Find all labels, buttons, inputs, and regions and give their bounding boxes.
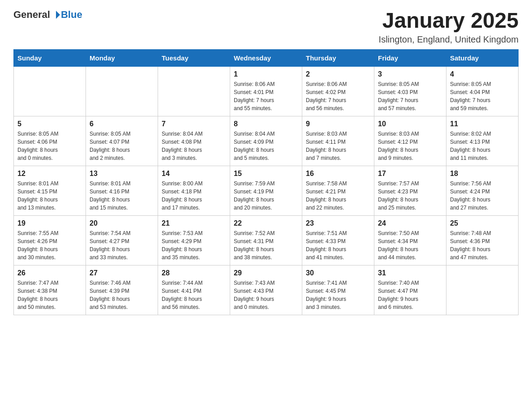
- logo-general-text: General: [13, 9, 50, 21]
- day-info: Sunrise: 7:50 AM Sunset: 4:34 PM Dayligh…: [378, 229, 442, 261]
- calendar-week-row: 12Sunrise: 8:01 AM Sunset: 4:15 PM Dayli…: [14, 166, 519, 215]
- day-number: 21: [162, 219, 226, 227]
- calendar-cell: 16Sunrise: 7:58 AM Sunset: 4:21 PM Dayli…: [302, 166, 374, 215]
- day-of-week-header: Friday: [374, 49, 446, 66]
- page-header: General Blue January 2025 Islington, Eng…: [13, 9, 519, 45]
- calendar-week-row: 5Sunrise: 8:05 AM Sunset: 4:06 PM Daylig…: [14, 116, 519, 166]
- calendar-cell: 24Sunrise: 7:50 AM Sunset: 4:34 PM Dayli…: [374, 215, 446, 265]
- day-number: 30: [306, 269, 370, 277]
- calendar-cell: 20Sunrise: 7:54 AM Sunset: 4:27 PM Dayli…: [86, 215, 158, 265]
- day-info: Sunrise: 7:47 AM Sunset: 4:38 PM Dayligh…: [17, 279, 82, 311]
- day-number: 3: [378, 70, 442, 78]
- day-number: 1: [234, 70, 298, 78]
- calendar-cell: 13Sunrise: 8:01 AM Sunset: 4:16 PM Dayli…: [86, 166, 158, 215]
- day-number: 18: [450, 170, 515, 178]
- calendar-cell: 1Sunrise: 8:06 AM Sunset: 4:01 PM Daylig…: [230, 66, 302, 116]
- calendar-cell: 31Sunrise: 7:40 AM Sunset: 4:47 PM Dayli…: [374, 265, 446, 315]
- calendar-cell: 17Sunrise: 7:57 AM Sunset: 4:23 PM Dayli…: [374, 166, 446, 215]
- day-info: Sunrise: 8:05 AM Sunset: 4:03 PM Dayligh…: [378, 80, 442, 112]
- calendar-header-row: SundayMondayTuesdayWednesdayThursdayFrid…: [14, 49, 519, 66]
- day-number: 27: [90, 269, 154, 277]
- day-of-week-header: Monday: [86, 49, 158, 66]
- day-of-week-header: Wednesday: [230, 49, 302, 66]
- calendar-cell: 3Sunrise: 8:05 AM Sunset: 4:03 PM Daylig…: [374, 66, 446, 116]
- calendar-cell: 22Sunrise: 7:52 AM Sunset: 4:31 PM Dayli…: [230, 215, 302, 265]
- calendar-cell: 29Sunrise: 7:43 AM Sunset: 4:43 PM Dayli…: [230, 265, 302, 315]
- day-number: 12: [17, 170, 82, 178]
- calendar-cell: 9Sunrise: 8:03 AM Sunset: 4:11 PM Daylig…: [302, 116, 374, 166]
- day-info: Sunrise: 8:06 AM Sunset: 4:01 PM Dayligh…: [234, 80, 298, 112]
- day-info: Sunrise: 7:53 AM Sunset: 4:29 PM Dayligh…: [162, 229, 226, 261]
- day-number: 16: [306, 170, 370, 178]
- logo-blue-text: Blue: [61, 9, 82, 21]
- day-number: 20: [90, 219, 154, 227]
- logo: General Blue: [13, 9, 82, 21]
- day-of-week-header: Thursday: [302, 49, 374, 66]
- day-number: 15: [234, 170, 298, 178]
- day-info: Sunrise: 7:41 AM Sunset: 4:45 PM Dayligh…: [306, 279, 370, 311]
- day-number: 7: [162, 120, 226, 128]
- day-info: Sunrise: 8:06 AM Sunset: 4:02 PM Dayligh…: [306, 80, 370, 112]
- day-number: 24: [378, 219, 442, 227]
- calendar-week-row: 19Sunrise: 7:55 AM Sunset: 4:26 PM Dayli…: [14, 215, 519, 265]
- calendar-cell: 7Sunrise: 8:04 AM Sunset: 4:08 PM Daylig…: [158, 116, 230, 166]
- calendar-week-row: 1Sunrise: 8:06 AM Sunset: 4:01 PM Daylig…: [14, 66, 519, 116]
- day-info: Sunrise: 7:52 AM Sunset: 4:31 PM Dayligh…: [234, 229, 298, 261]
- calendar-cell: 12Sunrise: 8:01 AM Sunset: 4:15 PM Dayli…: [14, 166, 86, 215]
- calendar-cell: 25Sunrise: 7:48 AM Sunset: 4:36 PM Dayli…: [446, 215, 519, 265]
- calendar-cell: 10Sunrise: 8:03 AM Sunset: 4:12 PM Dayli…: [374, 116, 446, 166]
- day-info: Sunrise: 7:54 AM Sunset: 4:27 PM Dayligh…: [90, 229, 154, 261]
- day-number: 26: [17, 269, 82, 277]
- logo-flag-icon: [51, 10, 61, 20]
- calendar-cell: 14Sunrise: 8:00 AM Sunset: 4:18 PM Dayli…: [158, 166, 230, 215]
- calendar-week-row: 26Sunrise: 7:47 AM Sunset: 4:38 PM Dayli…: [14, 265, 519, 315]
- calendar-cell: [446, 265, 519, 315]
- day-info: Sunrise: 7:46 AM Sunset: 4:39 PM Dayligh…: [90, 279, 154, 311]
- calendar-cell: 23Sunrise: 7:51 AM Sunset: 4:33 PM Dayli…: [302, 215, 374, 265]
- calendar-cell: [158, 66, 230, 116]
- day-info: Sunrise: 8:01 AM Sunset: 4:16 PM Dayligh…: [90, 180, 154, 212]
- calendar-table: SundayMondayTuesdayWednesdayThursdayFrid…: [13, 49, 519, 315]
- day-info: Sunrise: 7:58 AM Sunset: 4:21 PM Dayligh…: [306, 180, 370, 212]
- day-info: Sunrise: 7:59 AM Sunset: 4:19 PM Dayligh…: [234, 180, 298, 212]
- calendar-cell: 11Sunrise: 8:02 AM Sunset: 4:13 PM Dayli…: [446, 116, 519, 166]
- day-number: 28: [162, 269, 226, 277]
- day-number: 5: [17, 120, 82, 128]
- day-info: Sunrise: 8:00 AM Sunset: 4:18 PM Dayligh…: [162, 180, 226, 212]
- day-number: 14: [162, 170, 226, 178]
- calendar-cell: 2Sunrise: 8:06 AM Sunset: 4:02 PM Daylig…: [302, 66, 374, 116]
- day-number: 29: [234, 269, 298, 277]
- day-number: 4: [450, 70, 515, 78]
- day-number: 6: [90, 120, 154, 128]
- day-number: 22: [234, 219, 298, 227]
- calendar-cell: 30Sunrise: 7:41 AM Sunset: 4:45 PM Dayli…: [302, 265, 374, 315]
- day-info: Sunrise: 8:03 AM Sunset: 4:11 PM Dayligh…: [306, 130, 370, 162]
- calendar-cell: [86, 66, 158, 116]
- day-info: Sunrise: 7:55 AM Sunset: 4:26 PM Dayligh…: [17, 229, 82, 261]
- day-info: Sunrise: 8:05 AM Sunset: 4:07 PM Dayligh…: [90, 130, 154, 162]
- day-of-week-header: Saturday: [446, 49, 519, 66]
- day-info: Sunrise: 8:02 AM Sunset: 4:13 PM Dayligh…: [450, 130, 515, 162]
- day-number: 23: [306, 219, 370, 227]
- day-info: Sunrise: 8:04 AM Sunset: 4:09 PM Dayligh…: [234, 130, 298, 162]
- svg-marker-0: [56, 11, 60, 19]
- calendar-cell: [14, 66, 86, 116]
- day-number: 2: [306, 70, 370, 78]
- month-title: January 2025: [379, 9, 519, 33]
- calendar-cell: 28Sunrise: 7:44 AM Sunset: 4:41 PM Dayli…: [158, 265, 230, 315]
- day-number: 9: [306, 120, 370, 128]
- day-info: Sunrise: 7:43 AM Sunset: 4:43 PM Dayligh…: [234, 279, 298, 311]
- day-info: Sunrise: 7:57 AM Sunset: 4:23 PM Dayligh…: [378, 180, 442, 212]
- day-info: Sunrise: 7:44 AM Sunset: 4:41 PM Dayligh…: [162, 279, 226, 311]
- day-number: 31: [378, 269, 442, 277]
- day-info: Sunrise: 7:48 AM Sunset: 4:36 PM Dayligh…: [450, 229, 515, 261]
- calendar-cell: 4Sunrise: 8:05 AM Sunset: 4:04 PM Daylig…: [446, 66, 519, 116]
- day-number: 17: [378, 170, 442, 178]
- calendar-cell: 21Sunrise: 7:53 AM Sunset: 4:29 PM Dayli…: [158, 215, 230, 265]
- day-number: 19: [17, 219, 82, 227]
- day-info: Sunrise: 7:56 AM Sunset: 4:24 PM Dayligh…: [450, 180, 515, 212]
- day-info: Sunrise: 7:40 AM Sunset: 4:47 PM Dayligh…: [378, 279, 442, 311]
- calendar-cell: 6Sunrise: 8:05 AM Sunset: 4:07 PM Daylig…: [86, 116, 158, 166]
- day-info: Sunrise: 7:51 AM Sunset: 4:33 PM Dayligh…: [306, 229, 370, 261]
- day-info: Sunrise: 8:03 AM Sunset: 4:12 PM Dayligh…: [378, 130, 442, 162]
